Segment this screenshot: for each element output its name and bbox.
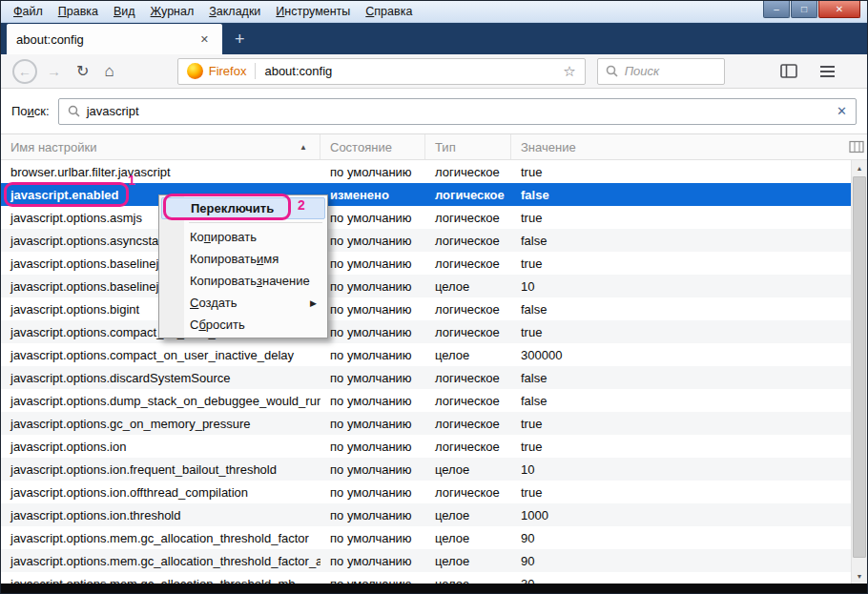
close-button[interactable]: ✕ — [818, 1, 860, 18]
pref-row[interactable]: javascript.options.discardSystemSourceпо… — [1, 366, 851, 389]
pref-row[interactable]: javascript.options.compact_on_user_inact… — [1, 343, 851, 366]
scroll-up-icon[interactable]: ▲ — [852, 160, 867, 175]
menu-item[interactable]: Журнал — [143, 2, 202, 21]
maximize-button[interactable]: □ — [791, 1, 817, 18]
new-tab-button[interactable]: + — [222, 24, 258, 54]
scrollbar-thumb[interactable] — [853, 176, 866, 558]
pref-type: целое — [425, 279, 511, 294]
column-header-name[interactable]: Имя настройки ▲ — [1, 134, 320, 159]
clear-filter-icon[interactable]: ✕ — [837, 104, 847, 118]
filter-label: Поиск: — [11, 104, 50, 118]
context-menu-item[interactable]: Копировать — [161, 226, 325, 248]
firefox-icon — [187, 63, 203, 79]
context-menu-item[interactable]: Копировать имя — [161, 248, 325, 270]
annotation-box-1 — [4, 182, 129, 207]
pref-name: javascript.options.compact_on_user_inact… — [1, 348, 320, 362]
menu-item[interactable]: Закладки — [201, 2, 268, 21]
sidebar-icon — [780, 64, 797, 78]
pref-value: true — [511, 325, 851, 339]
back-arrow-icon: ← — [18, 64, 31, 79]
pref-status: по умолчанию — [320, 531, 425, 545]
pref-name: javascript.options.gc_on_memory_pressure — [1, 417, 320, 431]
pref-status: по умолчанию — [320, 165, 425, 179]
menu-separator — [189, 222, 322, 223]
pref-type: логическое — [425, 485, 511, 500]
pref-row[interactable]: javascript.options.ion.offthread_compila… — [1, 481, 851, 503]
pref-row[interactable]: javascript.options.asmjsпо умолчаниюлоги… — [1, 206, 851, 229]
pref-type: логическое — [425, 188, 511, 202]
firefox-window: ФайлПравкаВидЖурналЗакладкиИнструментыСп… — [0, 0, 868, 594]
pref-name: javascript.options.ion.threshold — [1, 508, 320, 522]
filter-bar: Поиск: javascript ✕ — [1, 89, 867, 134]
pref-status: по умолчанию — [320, 302, 425, 317]
pref-status: по умолчанию — [320, 508, 425, 522]
menu-item[interactable]: Файл — [6, 2, 51, 21]
pref-type: целое — [425, 348, 511, 362]
pref-row[interactable]: javascript.options.bigintпо умолчаниюлог… — [1, 297, 851, 320]
vertical-scrollbar[interactable]: ▲ ▼ — [851, 160, 867, 584]
pref-row[interactable]: javascript.options.ion.frequent_bailout_… — [1, 458, 851, 481]
context-menu-item[interactable]: Создать▶ — [161, 292, 325, 314]
pref-value: true — [511, 165, 851, 179]
menu-item[interactable]: Инструменты — [268, 2, 358, 21]
url-bar[interactable]: Firefox about:config ☆ — [177, 58, 586, 85]
search-bar[interactable]: Поиск — [597, 58, 725, 85]
pref-type: логическое — [425, 394, 511, 408]
sort-ascending-icon: ▲ — [300, 143, 307, 152]
context-menu-item[interactable]: Сбросить — [161, 314, 325, 336]
context-menu-item[interactable]: Копировать значение — [161, 270, 325, 292]
pref-value: false — [511, 371, 851, 385]
pref-row[interactable]: javascript.options.mem.gc_allocation_thr… — [1, 526, 851, 549]
pref-value: 90 — [511, 554, 851, 568]
bookmark-star-icon[interactable]: ☆ — [563, 63, 575, 80]
pref-value: true — [511, 485, 851, 500]
column-header-type[interactable]: Тип — [425, 134, 511, 159]
pref-name: javascript.options.ion.frequent_bailout_… — [1, 462, 320, 477]
minimize-button[interactable]: – — [763, 1, 790, 18]
pref-type: логическое — [425, 325, 511, 339]
pref-type: логическое — [425, 256, 511, 271]
pref-row[interactable]: javascript.options.ion.thresholdпо умолч… — [1, 503, 851, 526]
scroll-down-icon[interactable]: ▼ — [852, 568, 867, 584]
pref-status: по умолчанию — [320, 394, 425, 408]
pref-status: по умолчанию — [320, 234, 425, 248]
pref-row[interactable]: javascript.options.ionпо умолчаниюлогиче… — [1, 435, 851, 458]
pref-row[interactable]: javascript.options.dump_stack_on_debugge… — [1, 389, 851, 412]
reload-button[interactable]: ↻ — [76, 62, 89, 80]
menu-item[interactable]: Правка — [51, 2, 106, 21]
tab-close-icon[interactable]: ✕ — [196, 31, 213, 48]
column-header-value[interactable]: Значение — [511, 134, 867, 159]
hamburger-menu-icon[interactable] — [820, 66, 835, 77]
tab-bar: about:config ✕ + — [1, 23, 867, 54]
pref-row[interactable]: javascript.options.gc_on_memory_pressure… — [1, 412, 851, 435]
pref-row[interactable]: javascript.options.compact_on_user_inact… — [1, 320, 851, 343]
pref-type: логическое — [425, 302, 511, 317]
tab-about-config[interactable]: about:config ✕ — [7, 24, 222, 54]
column-picker-icon[interactable] — [849, 139, 864, 157]
filter-input[interactable]: javascript ✕ — [58, 98, 857, 125]
pref-value: true — [511, 417, 851, 431]
back-button[interactable]: ← — [12, 59, 37, 84]
prefs-table-body: browser.urlbar.filter.javascriptпо умолч… — [1, 160, 851, 593]
forward-button[interactable]: → — [47, 63, 61, 79]
home-button[interactable]: ⌂ — [104, 62, 114, 81]
pref-value: false — [511, 188, 851, 202]
sidebar-button[interactable] — [780, 64, 797, 78]
pref-value: 90 — [511, 531, 851, 545]
menu-item[interactable]: Справка — [358, 2, 420, 21]
pref-status: по умолчанию — [320, 485, 425, 500]
url-text[interactable]: about:config — [264, 64, 332, 78]
pref-row[interactable]: javascript.options.asyncstackпо умолчани… — [1, 229, 851, 252]
pref-value: 300000 — [511, 348, 851, 362]
annotation-label-2: 2 — [298, 197, 305, 213]
menu-item[interactable]: Вид — [106, 2, 143, 21]
pref-type: целое — [425, 462, 511, 477]
tab-title: about:config — [16, 32, 196, 47]
column-header-status[interactable]: Состояние — [320, 134, 425, 159]
search-icon — [606, 65, 618, 77]
pref-name: javascript.options.dump_stack_on_debugge… — [1, 394, 320, 408]
pref-row[interactable]: javascript.options.baselinejit.по умолча… — [1, 275, 851, 297]
pref-row[interactable]: javascript.options.mem.gc_allocation_thr… — [1, 549, 851, 572]
pref-status: по умолчанию — [320, 325, 425, 339]
pref-row[interactable]: javascript.options.baselinejitпо умолчан… — [1, 252, 851, 275]
